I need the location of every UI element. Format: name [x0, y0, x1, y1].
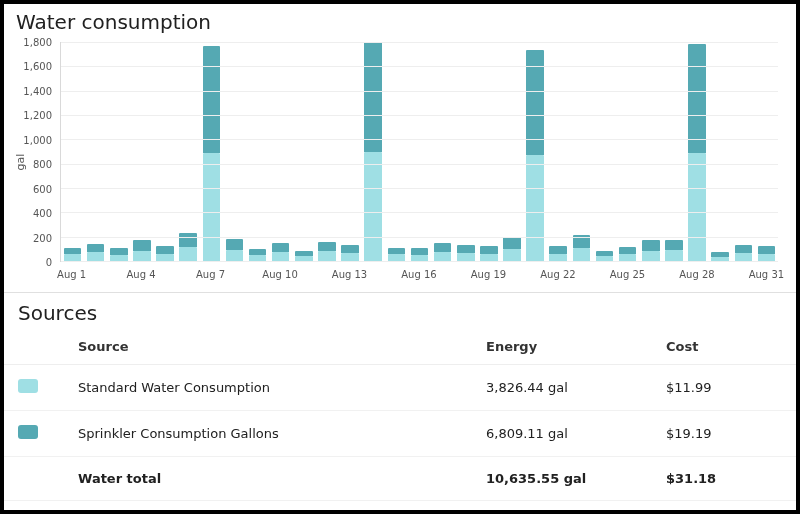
- bar-group: [434, 243, 452, 261]
- y-tick: 1,600: [23, 61, 52, 72]
- col-source: Source: [68, 329, 476, 365]
- source-energy: 3,826.44 gal: [476, 365, 656, 411]
- source-name: Sprinkler Consumption Gallons: [68, 411, 476, 457]
- bar-group: [642, 240, 660, 261]
- x-tick: Aug 16: [401, 269, 436, 280]
- x-tick: Aug 19: [471, 269, 506, 280]
- bar-group: [318, 242, 336, 261]
- bar-group: [688, 44, 706, 261]
- x-axis-ticks: Aug 1Aug 4Aug 7Aug 10Aug 13Aug 16Aug 19A…: [60, 266, 778, 286]
- sources-table: Source Energy Cost Standard Water Consum…: [4, 329, 796, 501]
- source-energy: 6,809.11 gal: [476, 411, 656, 457]
- y-axis-ticks: 02004006008001,0001,2001,4001,6001,800: [10, 42, 56, 262]
- y-tick: 800: [33, 159, 52, 170]
- y-tick: 1,200: [23, 110, 52, 121]
- bar-group: [619, 247, 637, 261]
- bar-group: [711, 252, 729, 261]
- bar-group: [295, 251, 313, 261]
- y-tick: 400: [33, 208, 52, 219]
- col-energy: Energy: [476, 329, 656, 365]
- bar-group: [203, 46, 221, 261]
- sources-section: Sources Source Energy Cost Standard Wate…: [4, 292, 796, 501]
- y-tick: 1,400: [23, 85, 52, 96]
- y-tick: 1,800: [23, 37, 52, 48]
- bar-group: [272, 243, 290, 261]
- legend-swatch: [18, 425, 38, 439]
- sources-title: Sources: [4, 293, 796, 329]
- x-tick: Aug 4: [127, 269, 156, 280]
- y-tick: 600: [33, 183, 52, 194]
- bar-group: [226, 239, 244, 261]
- y-tick: 0: [46, 257, 52, 268]
- total-cost: $31.18: [656, 457, 796, 501]
- table-row-total: Water total10,635.55 gal$31.18: [4, 457, 796, 501]
- source-name: Standard Water Consumption: [68, 365, 476, 411]
- chart-bars: [61, 42, 778, 261]
- bar-group: [411, 248, 429, 261]
- x-tick: Aug 13: [332, 269, 367, 280]
- source-cost: $19.19: [656, 411, 796, 457]
- dashboard-frame: { "title": "Water consumption", "chart_d…: [0, 0, 800, 514]
- bar-group: [549, 246, 567, 261]
- x-tick: Aug 1: [57, 269, 86, 280]
- bar-group: [665, 240, 683, 261]
- bar-group: [110, 248, 128, 261]
- x-tick: Aug 31: [749, 269, 784, 280]
- x-tick: Aug 10: [262, 269, 297, 280]
- bar-group: [156, 246, 174, 261]
- chart-plot-area: [60, 42, 778, 262]
- x-tick: Aug 25: [610, 269, 645, 280]
- bar-group: [133, 240, 151, 261]
- bar-group: [503, 237, 521, 261]
- source-cost: $11.99: [656, 365, 796, 411]
- col-cost: Cost: [656, 329, 796, 365]
- legend-swatch: [18, 379, 38, 393]
- bar-group: [388, 248, 406, 261]
- bar-group: [87, 244, 105, 261]
- x-tick: Aug 28: [679, 269, 714, 280]
- bar-group: [64, 248, 82, 261]
- bar-group: [457, 245, 475, 261]
- bar-group: [596, 251, 614, 261]
- page-title: Water consumption: [4, 4, 796, 38]
- water-consumption-chart: gal 02004006008001,0001,2001,4001,6001,8…: [10, 38, 786, 286]
- x-tick: Aug 22: [540, 269, 575, 280]
- bar-group: [249, 249, 267, 261]
- bar-group: [526, 50, 544, 261]
- y-tick: 1,000: [23, 134, 52, 145]
- table-row: Sprinkler Consumption Gallons6,809.11 ga…: [4, 411, 796, 457]
- bar-group: [735, 245, 753, 261]
- bar-group: [758, 246, 776, 261]
- x-tick: Aug 7: [196, 269, 225, 280]
- table-row: Standard Water Consumption3,826.44 gal$1…: [4, 365, 796, 411]
- y-tick: 200: [33, 232, 52, 243]
- total-energy: 10,635.55 gal: [476, 457, 656, 501]
- bar-group: [480, 246, 498, 261]
- total-label: Water total: [68, 457, 476, 501]
- bar-group: [364, 42, 382, 261]
- bar-group: [341, 245, 359, 261]
- bar-group: [573, 235, 591, 261]
